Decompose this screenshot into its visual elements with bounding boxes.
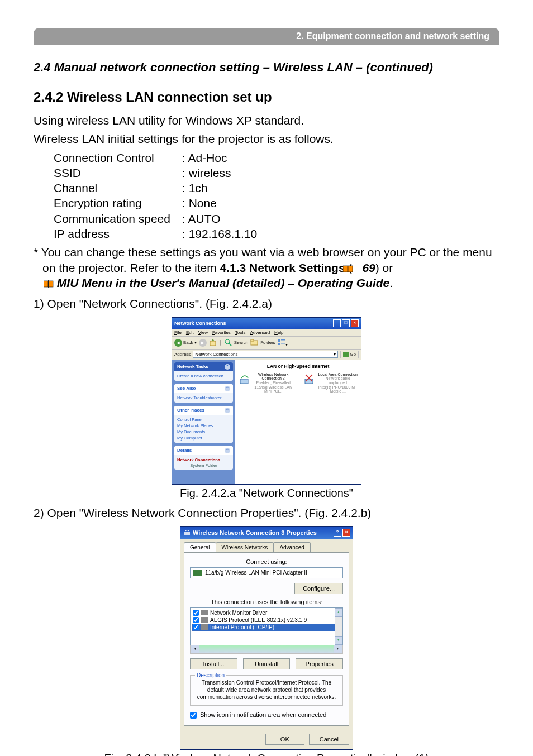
tab-wireless-networks[interactable]: Wireless Networks bbox=[216, 542, 274, 552]
dropdown-icon[interactable]: ▾ bbox=[334, 352, 336, 357]
item-device: 11a/b/g Wireless LAN Mini PCI... bbox=[253, 385, 293, 394]
adapter-field[interactable]: 11a/b/g Wireless LAN Mini PCI Adapter II bbox=[190, 567, 343, 578]
menu-tools[interactable]: Tools bbox=[235, 330, 246, 335]
scroll-left-icon[interactable]: ◂ bbox=[191, 645, 199, 653]
close-button[interactable]: × bbox=[351, 319, 359, 327]
address-label: Address bbox=[174, 352, 191, 357]
setting-label: SSID bbox=[54, 165, 182, 180]
configure-button[interactable]: Configure... bbox=[294, 583, 343, 594]
item-label: Internet Protocol (TCP/IP) bbox=[210, 624, 274, 630]
show-icon-checkbox[interactable]: Show icon in notification area when conn… bbox=[190, 711, 343, 719]
tab-advanced[interactable]: Advanced bbox=[273, 542, 310, 552]
minimize-button[interactable]: _ bbox=[333, 319, 341, 327]
wireless-connection-item[interactable]: Wireless Network Connection 3 Enabled, F… bbox=[239, 372, 293, 394]
folders-button[interactable] bbox=[250, 338, 258, 347]
search-button[interactable] bbox=[224, 338, 232, 347]
up-button[interactable] bbox=[209, 338, 217, 347]
network-connections-window: Network Connections _ □ × File Edit View… bbox=[172, 317, 361, 485]
description-legend: Description bbox=[195, 672, 226, 679]
dialog-titlebar[interactable]: Wireless Network Connection 3 Properties… bbox=[180, 527, 353, 539]
vertical-scrollbar[interactable]: ▴ ▾ bbox=[335, 608, 342, 645]
list-item[interactable]: Network Monitor Driver bbox=[192, 609, 341, 616]
close-button[interactable]: × bbox=[342, 529, 350, 537]
menu-edit[interactable]: Edit bbox=[186, 330, 194, 335]
setting-value: : AUTO bbox=[182, 211, 220, 226]
window-titlebar[interactable]: Network Connections _ □ × bbox=[172, 318, 361, 329]
menu-advanced[interactable]: Advanced bbox=[250, 330, 270, 335]
menu-bar[interactable]: File Edit View Favorites Tools Advanced … bbox=[172, 329, 361, 337]
address-input[interactable]: Network Connections ▾ bbox=[193, 351, 338, 358]
collapse-icon[interactable]: ⌃ bbox=[225, 408, 230, 413]
go-button[interactable]: Go bbox=[340, 351, 359, 358]
cancel-button[interactable]: Cancel bbox=[309, 734, 349, 745]
properties-button[interactable]: Properties bbox=[296, 658, 343, 669]
dialog-title: Wireless Network Connection 3 Properties bbox=[193, 529, 317, 536]
item-title: Local Area Connection bbox=[318, 372, 358, 377]
details-name: Network Connections bbox=[177, 457, 230, 463]
my-documents-link[interactable]: My Documents bbox=[177, 429, 230, 435]
menu-view[interactable]: View bbox=[198, 330, 208, 335]
list-item[interactable]: AEGIS Protocol (IEEE 802.1x) v2.3.1.9 bbox=[192, 616, 341, 624]
wireless-icon bbox=[239, 372, 251, 385]
ok-button[interactable]: OK bbox=[265, 734, 304, 745]
lan-connection-item[interactable]: Local Area Connection Network cable unpl… bbox=[303, 372, 358, 394]
tab-general[interactable]: General bbox=[184, 542, 216, 552]
go-icon bbox=[343, 352, 349, 357]
adapter-icon bbox=[193, 570, 202, 576]
items-label: This connection uses the following items… bbox=[190, 599, 343, 605]
install-button[interactable]: Install... bbox=[190, 658, 237, 669]
network-places-link[interactable]: My Network Places bbox=[177, 423, 230, 429]
dropdown-icon[interactable]: ▾ bbox=[194, 340, 197, 345]
note-close-paren: ) or bbox=[375, 261, 393, 274]
folders-label[interactable]: Folders bbox=[260, 340, 275, 345]
separator: │ bbox=[219, 340, 222, 345]
scroll-down-icon[interactable]: ▾ bbox=[335, 636, 342, 645]
checkbox-input[interactable] bbox=[190, 712, 197, 719]
svg-rect-0 bbox=[343, 266, 348, 272]
collapse-icon[interactable]: ⌃ bbox=[225, 386, 230, 391]
back-button[interactable]: ◄ Back ▾ bbox=[174, 339, 197, 347]
scroll-right-icon[interactable]: ▸ bbox=[334, 645, 342, 653]
list-item-selected[interactable]: Internet Protocol (TCP/IP) bbox=[192, 624, 341, 631]
step-2: 2) Open "Wireless Network Connection Pro… bbox=[34, 505, 499, 520]
control-panel-link[interactable]: Control Panel bbox=[177, 417, 230, 423]
components-list[interactable]: Network Monitor Driver AEGIS Protocol (I… bbox=[190, 607, 343, 645]
forward-button[interactable]: ► bbox=[199, 339, 207, 347]
panel-title: Network Tasks bbox=[177, 364, 208, 370]
intro-line-1: Using wireless LAN utility for Windows X… bbox=[34, 113, 499, 128]
manual-ref: MIU Menu in the User's Manual (detailed)… bbox=[57, 276, 389, 289]
note-period: . bbox=[389, 276, 393, 289]
views-button[interactable]: ▾ bbox=[278, 338, 288, 347]
maximize-button[interactable]: □ bbox=[342, 319, 350, 327]
figure-b-caption: Fig. 2.4.2.b "Wireless Network Connectio… bbox=[34, 752, 499, 756]
item-checkbox[interactable] bbox=[193, 617, 199, 623]
item-checkbox[interactable] bbox=[193, 610, 199, 616]
menu-file[interactable]: File bbox=[174, 330, 182, 335]
collapse-icon[interactable]: ⌃ bbox=[225, 364, 230, 370]
item-title: Wireless Network Connection 3 bbox=[253, 372, 293, 381]
setting-value: : Ad-Hoc bbox=[182, 150, 227, 165]
horizontal-scrollbar[interactable]: ◂ ▸ bbox=[190, 645, 343, 654]
setting-label: Encryption rating bbox=[54, 195, 182, 210]
menu-favorites[interactable]: Favorites bbox=[212, 330, 231, 335]
search-label[interactable]: Search bbox=[234, 340, 248, 345]
address-value: Network Connections bbox=[195, 352, 237, 357]
setting-label: Channel bbox=[54, 180, 182, 195]
troubleshooter-link[interactable]: Network Troubleshooter bbox=[177, 395, 230, 401]
scroll-up-icon[interactable]: ▴ bbox=[335, 608, 342, 617]
item-checkbox[interactable] bbox=[193, 624, 199, 630]
setting-row: Communication speed : AUTO bbox=[54, 211, 499, 226]
back-label: Back bbox=[183, 340, 193, 345]
book-icon bbox=[44, 276, 54, 284]
other-places-panel: Other Places ⌃ Control Panel My Network … bbox=[174, 406, 233, 443]
create-connection-link[interactable]: Create a new connection bbox=[177, 373, 230, 379]
setting-label: IP address bbox=[54, 226, 182, 241]
my-computer-link[interactable]: My Computer bbox=[177, 435, 230, 441]
go-label: Go bbox=[350, 352, 356, 357]
menu-help[interactable]: Help bbox=[274, 330, 283, 335]
uninstall-button[interactable]: Uninstall bbox=[243, 658, 291, 669]
collapse-icon[interactable]: ⌃ bbox=[225, 448, 230, 453]
section-title: 2.4 Manual network connection setting – … bbox=[34, 60, 499, 75]
help-button[interactable]: ? bbox=[334, 529, 341, 537]
task-sidebar: Network Tasks ⌃ Create a new connection … bbox=[172, 360, 235, 484]
